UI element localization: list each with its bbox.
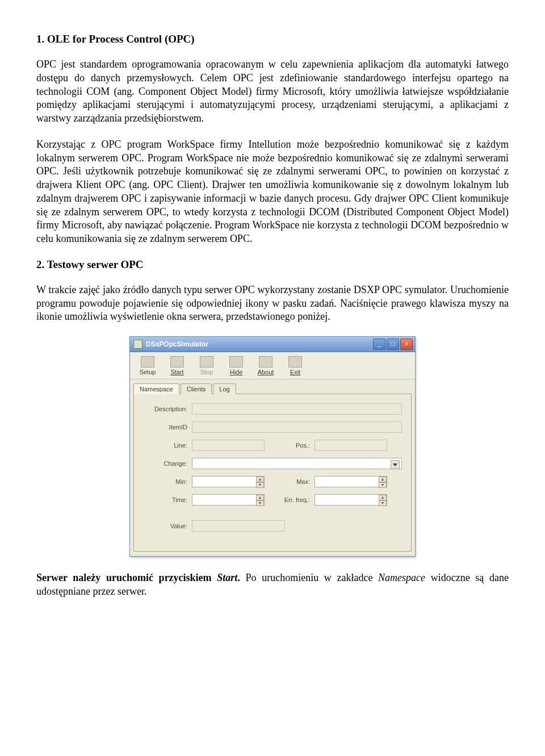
change-label: Change:	[143, 460, 192, 467]
section-2-para-1: W trakcie zajęć jako źródło danych typu …	[36, 283, 509, 324]
footer-para: Serwer należy uruchomić przyciskiem Star…	[36, 571, 509, 599]
tab-strip: Namespace Clients Log	[133, 383, 412, 394]
itemid-label: ItemID	[143, 424, 192, 431]
itemid-field	[192, 421, 402, 433]
pos-label: Pos.:	[277, 442, 315, 449]
max-spinner[interactable]: ▲▼	[315, 476, 387, 487]
window-title: DSxPOpcSimulator	[146, 340, 372, 348]
section-1-para-2: Korzystając z OPC program WorkSpace firm…	[36, 138, 509, 246]
min-label: Min:	[143, 478, 192, 485]
description-field	[192, 403, 402, 415]
tab-log[interactable]: Log	[213, 383, 236, 394]
section-2-heading: 2. Testowy serwer OPC	[36, 258, 509, 271]
tab-namespace[interactable]: Namespace	[133, 383, 179, 394]
setup-button[interactable]: Setup	[133, 354, 162, 378]
time-label: Time:	[143, 496, 192, 503]
play-icon	[170, 356, 184, 367]
hide-button[interactable]: Hide	[222, 354, 250, 378]
hide-icon	[229, 356, 243, 367]
toolbar: Setup Start Stop Hide About Exit	[130, 352, 415, 379]
description-label: Description:	[143, 406, 192, 412]
line-field	[192, 440, 265, 451]
section-1-heading: 1. OLE for Process Control (OPC)	[36, 33, 509, 45]
errfreq-spinner[interactable]: ▲▼	[315, 494, 387, 506]
start-button[interactable]: Start	[163, 354, 191, 378]
window-titlebar: DSxPOpcSimulator _ □ ×	[130, 337, 415, 352]
exit-icon	[288, 356, 302, 367]
simulator-window: DSxPOpcSimulator _ □ × Setup Start Stop …	[129, 336, 416, 557]
about-button[interactable]: About	[251, 354, 280, 378]
section-1-para-1: OPC jest standardem oprogramowania oprac…	[36, 58, 509, 126]
max-label: Max:	[277, 478, 315, 485]
app-icon	[133, 340, 142, 349]
pause-icon	[200, 356, 213, 367]
close-button[interactable]: ×	[400, 339, 413, 350]
simulator-screenshot: DSxPOpcSimulator _ □ × Setup Start Stop …	[36, 336, 509, 557]
value-label: Value:	[143, 523, 192, 529]
pos-field	[315, 440, 387, 451]
stop-button: Stop	[192, 354, 221, 378]
exit-button[interactable]: Exit	[281, 354, 309, 378]
setup-icon	[141, 356, 154, 367]
namespace-panel: Description: ItemID Line: Pos.: Change: …	[133, 394, 412, 552]
line-label: Line:	[143, 442, 192, 449]
about-icon	[259, 356, 272, 367]
maximize-button[interactable]: □	[387, 339, 399, 350]
errfreq-label: Err. freq.:	[277, 496, 315, 503]
value-field	[192, 520, 285, 532]
min-spinner[interactable]: ▲▼	[192, 476, 265, 487]
minimize-button[interactable]: _	[373, 339, 385, 350]
tab-clients[interactable]: Clients	[181, 383, 212, 394]
time-spinner[interactable]: ▲▼	[192, 494, 265, 506]
change-dropdown[interactable]	[192, 458, 402, 469]
